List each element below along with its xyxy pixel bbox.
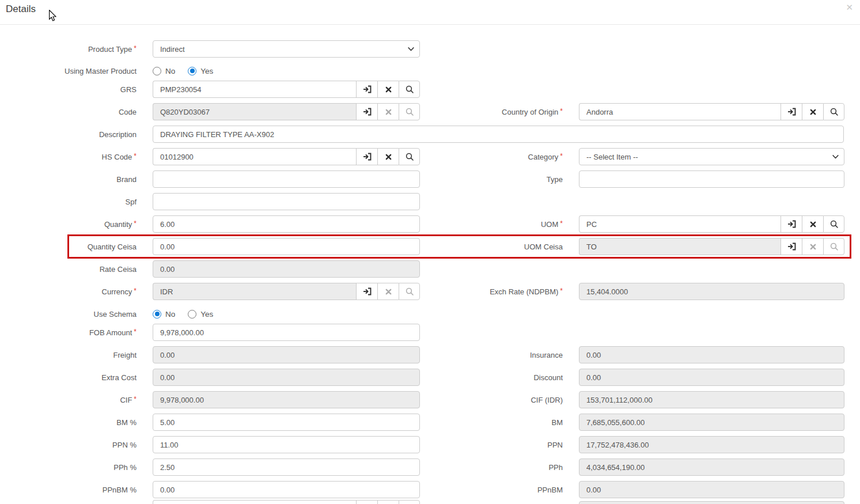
radio-icon-selected[interactable] <box>188 67 196 75</box>
sign-in-icon <box>787 220 796 228</box>
spf-input[interactable] <box>153 193 420 210</box>
uom-input[interactable] <box>579 215 781 233</box>
partial-right-input <box>579 501 844 504</box>
row-type: Type <box>426 170 844 188</box>
radio-option-yes[interactable]: Yes <box>188 310 213 319</box>
hs-code-assign-button[interactable] <box>356 148 377 165</box>
quantity-input[interactable] <box>153 215 420 233</box>
code-clear-button <box>377 103 399 120</box>
field-label: PPnBM <box>537 486 563 494</box>
field-label: UOM Ceisa <box>524 242 563 251</box>
currency-clear-button <box>377 283 399 300</box>
code-input <box>153 103 356 120</box>
row-pph-percent: PPh % <box>0 458 420 476</box>
search-icon <box>406 153 414 161</box>
pph-percent-input[interactable] <box>153 458 420 476</box>
grs-assign-button[interactable] <box>356 81 377 98</box>
required-marker: * <box>560 152 563 160</box>
row-pph: PPh <box>426 458 844 476</box>
hs-code-input[interactable] <box>153 148 356 165</box>
field-label: Brand <box>116 175 137 184</box>
row-fob-amount: FOB Amount* <box>0 324 420 341</box>
field-label: BM % <box>116 418 137 427</box>
grs-input[interactable] <box>153 81 356 98</box>
category-select[interactable]: -- Select Item -- <box>579 148 844 165</box>
row-freight: Freight <box>0 346 420 363</box>
partial-assign-button[interactable] <box>356 500 377 504</box>
cif-input <box>153 391 420 408</box>
row-rate-ceisa: Rate Ceisa <box>0 260 420 278</box>
ppn-input <box>579 436 844 453</box>
brand-input[interactable] <box>153 170 420 188</box>
country-clear-button[interactable] <box>802 103 823 120</box>
field-label: Code <box>119 108 137 116</box>
radio-icon[interactable] <box>153 67 161 75</box>
row-using-master-product: Using Master Product No Yes <box>0 62 420 79</box>
row-grs: GRS <box>0 81 420 98</box>
country-of-origin-input[interactable] <box>579 103 781 120</box>
row-bm: BM <box>426 414 844 431</box>
header-divider <box>0 24 860 25</box>
type-input[interactable] <box>579 170 844 188</box>
field-label: Country of Origin <box>502 108 558 116</box>
grs-search-button[interactable] <box>399 81 420 98</box>
row-category: Category* -- Select Item -- <box>426 148 844 165</box>
field-label: UOM <box>541 220 558 229</box>
field-label: Rate Ceisa <box>100 265 137 274</box>
row-use-schema: Use Schema No Yes <box>0 305 420 323</box>
required-marker: * <box>134 44 137 52</box>
close-icon[interactable]: ✕ <box>846 3 853 12</box>
partial-search-button[interactable] <box>399 500 420 504</box>
field-label: Spf <box>125 198 137 206</box>
mouse-cursor <box>48 10 57 24</box>
field-label: Discount <box>533 373 563 382</box>
bm-percent-input[interactable] <box>153 414 420 431</box>
radio-option-no[interactable]: No <box>153 67 175 75</box>
country-assign-button[interactable] <box>781 103 802 120</box>
uom-assign-button[interactable] <box>781 215 802 233</box>
radio-icon-selected[interactable] <box>153 310 161 319</box>
search-icon <box>830 242 838 251</box>
select-value: Indirect <box>160 45 185 54</box>
partial-clear-button[interactable] <box>377 500 399 504</box>
row-ppnbm-percent: PPnBM % <box>0 481 420 498</box>
product-type-select[interactable]: Indirect <box>153 40 420 58</box>
code-assign-button[interactable] <box>356 103 377 120</box>
clear-icon <box>810 244 816 250</box>
hs-code-search-button[interactable] <box>399 148 420 165</box>
field-label: CIF (IDR) <box>531 396 563 404</box>
ppn-percent-input[interactable] <box>153 436 420 453</box>
uom-ceisa-search-button <box>823 238 844 255</box>
ppnbm-percent-input[interactable] <box>153 481 420 498</box>
sign-in-icon <box>363 108 372 116</box>
partial-left-input[interactable] <box>153 500 356 504</box>
row-ppnbm: PPnBM <box>426 481 844 498</box>
radio-icon[interactable] <box>188 310 196 319</box>
uom-ceisa-assign-button[interactable] <box>781 238 802 255</box>
row-uom-ceisa: UOM Ceisa <box>426 238 844 255</box>
fob-amount-input[interactable] <box>153 324 420 341</box>
field-label: Exch Rate (NDPBM) <box>490 287 558 296</box>
row-cif-idr: CIF (IDR) <box>426 391 844 408</box>
field-label: Type <box>547 175 563 184</box>
quantity-ceisa-input[interactable] <box>153 238 420 255</box>
field-label: Quantity <box>104 220 132 229</box>
radio-option-no[interactable]: No <box>153 310 175 319</box>
currency-assign-button[interactable] <box>356 283 377 300</box>
currency-input <box>153 283 356 300</box>
description-input[interactable] <box>153 126 844 143</box>
clear-icon <box>385 154 392 160</box>
uom-clear-button[interactable] <box>802 215 823 233</box>
pph-input <box>579 458 844 476</box>
field-label: PPN <box>547 441 563 449</box>
grs-clear-button[interactable] <box>377 81 399 98</box>
uom-search-button[interactable] <box>823 215 844 233</box>
hs-code-clear-button[interactable] <box>377 148 399 165</box>
chevron-down-icon <box>408 47 414 51</box>
required-marker: * <box>134 328 137 336</box>
country-search-button[interactable] <box>823 103 844 120</box>
ppnbm-input <box>579 481 844 498</box>
radio-option-yes[interactable]: Yes <box>188 67 213 75</box>
sign-in-icon <box>363 85 372 93</box>
field-label: PPnBM % <box>103 486 137 494</box>
